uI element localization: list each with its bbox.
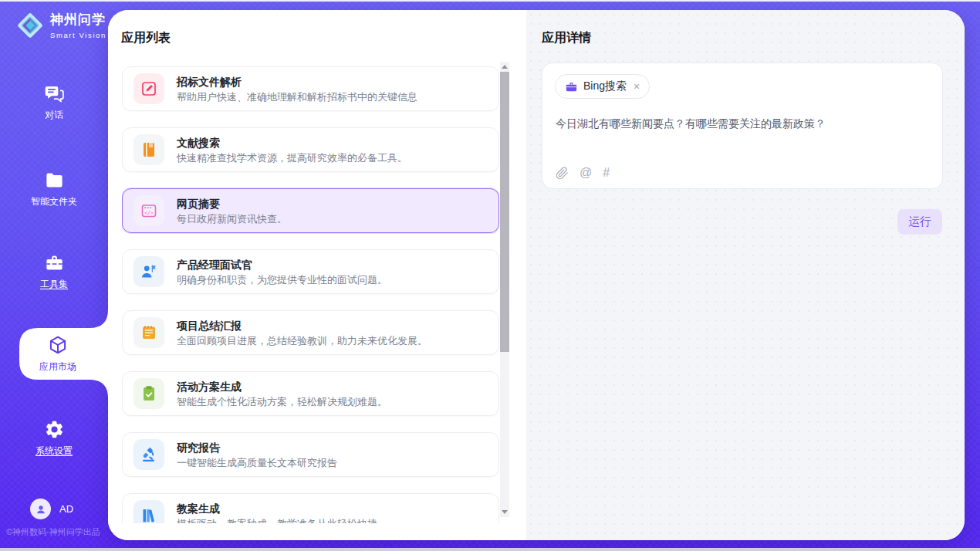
app-window: 应用列表 招标文件解析 帮助用户快速、准确地理解和解析招标书中的关键信息 — [0, 0, 980, 551]
folder-icon — [44, 170, 65, 191]
app-list-scroll-area[interactable]: 招标文件解析 帮助用户快速、准确地理解和解析招标书中的关键信息 文献搜索 快速精… — [122, 66, 499, 523]
app-card-name: 项目总结汇报 — [177, 319, 427, 332]
app-card-desc: 智能生成个性化活动方案，轻松解决规划难题。 — [177, 396, 387, 407]
person-icon — [35, 503, 47, 516]
bottom-edge-strip — [0, 548, 980, 551]
tool-chip-bing-search[interactable]: Bing搜索 × — [555, 74, 650, 99]
sidebar-item-label: 工具集 — [40, 278, 68, 291]
app-list-panel: 应用列表 招标文件解析 帮助用户快速、准确地理解和解析招标书中的关键信息 — [108, 10, 526, 540]
topic-hash-icon[interactable]: # — [603, 166, 610, 180]
app-card-name: 文献搜索 — [177, 137, 407, 149]
svg-text:</>: </> — [144, 210, 154, 216]
briefcase-icon — [565, 80, 578, 93]
main-content: 应用列表 招标文件解析 帮助用户快速、准确地理解和解析招标书中的关键信息 — [108, 10, 965, 540]
scroll-up-icon — [502, 65, 508, 69]
app-card-desc: 每日政府新闻资讯快查。 — [177, 213, 287, 225]
app-card-name: 产品经理面试官 — [177, 259, 387, 271]
sidebar-item-chat[interactable]: 对话 — [0, 83, 108, 122]
scroll-up-button[interactable] — [500, 62, 509, 72]
gear-icon — [44, 419, 65, 440]
sidebar-item-toolset[interactable]: 工具集 — [0, 252, 108, 291]
prompt-composer[interactable]: Bing搜索 × 今日湖北有哪些新闻要点？有哪些需要关注的最新政策？ @ # — [542, 63, 943, 189]
sidebar-item-smart-folders[interactable]: 智能文件夹 — [0, 170, 108, 208]
copyright-footer: ©神州数码·神州问学出品 — [6, 526, 100, 538]
clipboard-check-icon — [133, 378, 164, 409]
sidebar: 神州问学 Smart Vision 对话 智能文件夹 工具集 — [0, 0, 108, 551]
sidebar-item-label: 智能文件夹 — [31, 195, 77, 208]
scroll-down-icon — [502, 510, 508, 514]
browser-code-icon: </> — [133, 195, 164, 226]
mention-icon[interactable]: @ — [580, 166, 592, 180]
toolbox-icon — [44, 252, 65, 273]
app-card-bid-parse[interactable]: 招标文件解析 帮助用户快速、准确地理解和解析招标书中的关键信息 — [122, 66, 499, 111]
chat-bubbles-icon — [44, 83, 65, 104]
app-card-event-plan[interactable]: 活动方案生成 智能生成个性化活动方案，轻松解决规划难题。 — [122, 371, 499, 416]
chip-close-icon[interactable]: × — [634, 81, 640, 92]
top-edge-line — [0, 0, 980, 2]
sidebar-item-settings[interactable]: 系统设置 — [0, 419, 108, 458]
app-card-name: 网页摘要 — [177, 198, 287, 210]
avatar[interactable] — [30, 499, 51, 519]
interviewer-icon — [133, 256, 164, 287]
sidebar-item-app-market[interactable]: 应用市场 — [19, 334, 96, 374]
app-card-desc: 一键智能生成高质量长文本研究报告 — [177, 457, 337, 468]
app-card-web-summary[interactable]: </> 网页摘要 每日政府新闻资讯快查。 — [122, 188, 499, 233]
tool-chip-label: Bing搜索 — [583, 79, 627, 93]
app-card-name: 招标文件解析 — [177, 76, 417, 88]
app-detail-title: 应用详情 — [542, 30, 591, 46]
app-card-project-summary[interactable]: 项目总结汇报 全面回顾项目进展，总结经验教训，助力未来优化发展。 — [122, 310, 499, 355]
book-icon — [133, 134, 164, 165]
app-card-desc: 帮助用户快速、准确地理解和解析招标书中的关键信息 — [177, 91, 417, 103]
prompt-text[interactable]: 今日湖北有哪些新闻要点？有哪些需要关注的最新政策？ — [556, 117, 931, 131]
sidebar-item-label: 对话 — [45, 109, 63, 122]
sidebar-item-label: 系统设置 — [35, 445, 73, 458]
user-initials: AD — [59, 503, 73, 515]
app-detail-panel: 应用详情 Bing搜索 × 今日湖北有哪些新闻要点？有哪些需要关注的最新政策？ … — [526, 10, 965, 540]
app-card-name: 活动方案生成 — [177, 380, 387, 393]
run-button[interactable]: 运行 — [897, 209, 942, 235]
cube-icon — [47, 334, 69, 356]
app-card-lesson-plan[interactable]: 教案生成 模板驱动，教案秒成，教学准备从此轻松快捷 — [122, 493, 499, 523]
app-card-name: 研究报告 — [177, 441, 337, 454]
app-card-desc: 快速精准查找学术资源，提高研究效率的必备工具。 — [177, 152, 407, 164]
paperclip-icon[interactable] — [556, 167, 569, 180]
app-card-desc: 明确身份和职责，为您提供专业性的面试问题。 — [177, 274, 387, 286]
user-account[interactable]: AD — [30, 499, 73, 519]
brand-name: 神州问学 — [50, 11, 106, 29]
pen-square-icon — [133, 73, 164, 104]
app-card-desc: 模板驱动，教案秒成，教学准备从此轻松快捷 — [177, 518, 377, 524]
app-list-title: 应用列表 — [121, 30, 171, 46]
microscope-icon — [133, 439, 164, 470]
app-card-name: 教案生成 — [177, 502, 377, 515]
brand-logo: 神州问学 Smart Vision — [15, 11, 106, 40]
app-card-research-report[interactable]: 研究报告 一键智能生成高质量长文本研究报告 — [122, 432, 499, 477]
vertical-scrollbar[interactable] — [500, 62, 509, 517]
gem-diamond-icon — [15, 11, 45, 40]
scroll-down-button[interactable] — [500, 507, 509, 517]
note-icon — [133, 317, 164, 348]
brand-tagline: Smart Vision — [50, 31, 106, 39]
books-icon — [133, 500, 164, 523]
app-card-literature-search[interactable]: 文献搜索 快速精准查找学术资源，提高研究效率的必备工具。 — [122, 127, 499, 172]
app-card-desc: 全面回顾项目进展，总结经验教训，助力未来优化发展。 — [177, 335, 427, 346]
app-card-pm-interviewer[interactable]: 产品经理面试官 明确身份和职责，为您提供专业性的面试问题。 — [122, 249, 499, 294]
composer-toolbar: @ # — [556, 166, 610, 180]
sidebar-item-label: 应用市场 — [39, 360, 76, 374]
scrollbar-thumb[interactable] — [500, 72, 509, 352]
